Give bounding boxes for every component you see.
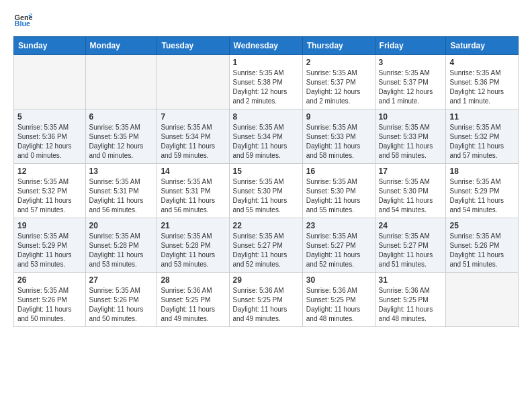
day-info: Sunrise: 5:35 AM Sunset: 5:33 PM Dayligh…	[379, 123, 443, 161]
day-info: Sunrise: 5:35 AM Sunset: 5:29 PM Dayligh…	[449, 177, 515, 215]
calendar-cell: 22Sunrise: 5:35 AM Sunset: 5:27 PM Dayli…	[229, 218, 302, 273]
day-info: Sunrise: 5:36 AM Sunset: 5:25 PM Dayligh…	[306, 286, 371, 324]
day-number: 7	[161, 112, 225, 122]
day-number: 21	[161, 221, 225, 230]
day-number: 15	[233, 167, 299, 176]
calendar-cell: 16Sunrise: 5:35 AM Sunset: 5:30 PM Dayli…	[302, 164, 375, 218]
day-of-week-header: Monday	[85, 37, 157, 55]
day-info: Sunrise: 5:35 AM Sunset: 5:30 PM Dayligh…	[233, 177, 299, 215]
page: General Blue SundayMondayTuesdayWednesda…	[0, 0, 532, 338]
calendar-cell: 31Sunrise: 5:36 AM Sunset: 5:25 PM Dayli…	[375, 273, 446, 327]
calendar-cell	[446, 273, 519, 327]
day-info: Sunrise: 5:35 AM Sunset: 5:26 PM Dayligh…	[89, 286, 154, 324]
svg-text:Blue: Blue	[15, 19, 31, 28]
calendar-cell: 9Sunrise: 5:35 AM Sunset: 5:33 PM Daylig…	[302, 109, 375, 164]
day-info: Sunrise: 5:35 AM Sunset: 5:32 PM Dayligh…	[449, 123, 515, 161]
day-info: Sunrise: 5:35 AM Sunset: 5:33 PM Dayligh…	[306, 123, 371, 161]
day-info: Sunrise: 5:35 AM Sunset: 5:27 PM Dayligh…	[233, 232, 299, 269]
day-number: 28	[161, 275, 225, 285]
day-number: 19	[17, 221, 82, 230]
calendar-cell: 14Sunrise: 5:35 AM Sunset: 5:31 PM Dayli…	[157, 164, 229, 218]
calendar-cell: 20Sunrise: 5:35 AM Sunset: 5:28 PM Dayli…	[85, 218, 157, 273]
day-number: 5	[17, 112, 82, 122]
calendar-cell: 29Sunrise: 5:36 AM Sunset: 5:25 PM Dayli…	[229, 273, 302, 327]
day-info: Sunrise: 5:35 AM Sunset: 5:30 PM Dayligh…	[306, 177, 371, 215]
calendar-cell: 13Sunrise: 5:35 AM Sunset: 5:31 PM Dayli…	[85, 164, 157, 218]
calendar-cell: 27Sunrise: 5:35 AM Sunset: 5:26 PM Dayli…	[85, 273, 157, 327]
day-info: Sunrise: 5:35 AM Sunset: 5:31 PM Dayligh…	[161, 177, 225, 215]
day-number: 11	[449, 112, 515, 122]
calendar-cell: 10Sunrise: 5:35 AM Sunset: 5:33 PM Dayli…	[375, 109, 446, 164]
day-info: Sunrise: 5:36 AM Sunset: 5:25 PM Dayligh…	[161, 286, 225, 324]
day-info: Sunrise: 5:35 AM Sunset: 5:31 PM Dayligh…	[89, 177, 154, 215]
header: General Blue	[13, 11, 519, 30]
day-number: 29	[233, 275, 299, 285]
day-info: Sunrise: 5:35 AM Sunset: 5:30 PM Dayligh…	[379, 177, 443, 215]
calendar-cell	[14, 55, 86, 109]
calendar-cell: 26Sunrise: 5:35 AM Sunset: 5:26 PM Dayli…	[14, 273, 86, 327]
day-number: 17	[379, 167, 443, 176]
calendar-cell: 24Sunrise: 5:35 AM Sunset: 5:27 PM Dayli…	[375, 218, 446, 273]
day-info: Sunrise: 5:35 AM Sunset: 5:28 PM Dayligh…	[89, 232, 154, 269]
day-info: Sunrise: 5:35 AM Sunset: 5:27 PM Dayligh…	[379, 232, 443, 269]
calendar-cell	[157, 55, 229, 109]
day-info: Sunrise: 5:35 AM Sunset: 5:27 PM Dayligh…	[306, 232, 371, 269]
day-number: 6	[89, 112, 154, 122]
day-number: 12	[17, 167, 82, 176]
calendar-cell: 6Sunrise: 5:35 AM Sunset: 5:35 PM Daylig…	[85, 109, 157, 164]
day-number: 31	[379, 275, 443, 285]
day-number: 22	[233, 221, 299, 230]
calendar-cell: 7Sunrise: 5:35 AM Sunset: 5:34 PM Daylig…	[157, 109, 229, 164]
calendar-cell: 4Sunrise: 5:35 AM Sunset: 5:36 PM Daylig…	[446, 55, 519, 109]
day-info: Sunrise: 5:35 AM Sunset: 5:37 PM Dayligh…	[379, 68, 443, 106]
day-info: Sunrise: 5:35 AM Sunset: 5:26 PM Dayligh…	[449, 232, 515, 269]
calendar-week-row: 12Sunrise: 5:35 AM Sunset: 5:32 PM Dayli…	[14, 164, 519, 218]
calendar-table: SundayMondayTuesdayWednesdayThursdayFrid…	[13, 36, 519, 327]
day-of-week-header: Friday	[375, 37, 446, 55]
day-number: 13	[89, 167, 154, 176]
day-of-week-header: Wednesday	[229, 37, 302, 55]
day-of-week-header: Sunday	[14, 37, 86, 55]
calendar-cell: 18Sunrise: 5:35 AM Sunset: 5:29 PM Dayli…	[446, 164, 519, 218]
day-number: 26	[17, 275, 82, 285]
calendar-cell: 8Sunrise: 5:35 AM Sunset: 5:34 PM Daylig…	[229, 109, 302, 164]
day-info: Sunrise: 5:35 AM Sunset: 5:35 PM Dayligh…	[89, 123, 154, 161]
day-number: 2	[306, 58, 371, 67]
day-number: 20	[89, 221, 154, 230]
calendar-cell: 2Sunrise: 5:35 AM Sunset: 5:37 PM Daylig…	[302, 55, 375, 109]
calendar-cell: 5Sunrise: 5:35 AM Sunset: 5:36 PM Daylig…	[14, 109, 86, 164]
calendar-week-row: 19Sunrise: 5:35 AM Sunset: 5:29 PM Dayli…	[14, 218, 519, 273]
day-info: Sunrise: 5:35 AM Sunset: 5:28 PM Dayligh…	[161, 232, 225, 269]
day-number: 3	[379, 58, 443, 67]
logo: General Blue	[13, 11, 36, 30]
day-info: Sunrise: 5:35 AM Sunset: 5:37 PM Dayligh…	[306, 68, 371, 106]
calendar-cell: 28Sunrise: 5:36 AM Sunset: 5:25 PM Dayli…	[157, 273, 229, 327]
day-info: Sunrise: 5:35 AM Sunset: 5:34 PM Dayligh…	[233, 123, 299, 161]
day-of-week-header: Tuesday	[157, 37, 229, 55]
calendar-week-row: 5Sunrise: 5:35 AM Sunset: 5:36 PM Daylig…	[14, 109, 519, 164]
calendar-cell: 15Sunrise: 5:35 AM Sunset: 5:30 PM Dayli…	[229, 164, 302, 218]
calendar-cell: 17Sunrise: 5:35 AM Sunset: 5:30 PM Dayli…	[375, 164, 446, 218]
day-number: 10	[379, 112, 443, 122]
day-info: Sunrise: 5:35 AM Sunset: 5:38 PM Dayligh…	[233, 68, 299, 106]
calendar-cell: 12Sunrise: 5:35 AM Sunset: 5:32 PM Dayli…	[14, 164, 86, 218]
day-number: 8	[233, 112, 299, 122]
calendar-cell: 25Sunrise: 5:35 AM Sunset: 5:26 PM Dayli…	[446, 218, 519, 273]
day-info: Sunrise: 5:35 AM Sunset: 5:32 PM Dayligh…	[17, 177, 82, 215]
day-info: Sunrise: 5:35 AM Sunset: 5:36 PM Dayligh…	[449, 68, 515, 106]
day-of-week-header: Saturday	[446, 37, 519, 55]
day-number: 30	[306, 275, 371, 285]
calendar-cell: 23Sunrise: 5:35 AM Sunset: 5:27 PM Dayli…	[302, 218, 375, 273]
day-info: Sunrise: 5:35 AM Sunset: 5:34 PM Dayligh…	[161, 123, 225, 161]
calendar-cell: 30Sunrise: 5:36 AM Sunset: 5:25 PM Dayli…	[302, 273, 375, 327]
day-of-week-header: Thursday	[302, 37, 375, 55]
day-info: Sunrise: 5:35 AM Sunset: 5:26 PM Dayligh…	[17, 286, 82, 324]
day-number: 1	[233, 58, 299, 67]
day-number: 27	[89, 275, 154, 285]
day-number: 16	[306, 167, 371, 176]
calendar-cell: 19Sunrise: 5:35 AM Sunset: 5:29 PM Dayli…	[14, 218, 86, 273]
calendar-cell: 11Sunrise: 5:35 AM Sunset: 5:32 PM Dayli…	[446, 109, 519, 164]
day-number: 23	[306, 221, 371, 230]
day-number: 4	[449, 58, 515, 67]
calendar-body: 1Sunrise: 5:35 AM Sunset: 5:38 PM Daylig…	[14, 55, 519, 327]
